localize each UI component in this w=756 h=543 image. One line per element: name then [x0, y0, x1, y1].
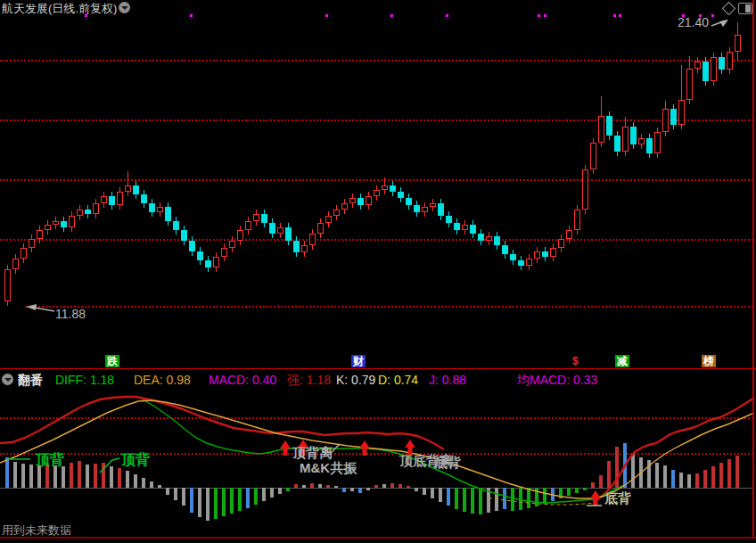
- candle-body: [301, 245, 308, 252]
- indicator-field-MACD: MACD: 0.40: [209, 373, 276, 387]
- candle-body: [686, 69, 693, 100]
- macd-bar: [13, 462, 17, 488]
- candle-body: [558, 239, 564, 248]
- candle-body: [703, 62, 709, 81]
- macd-bar: [639, 457, 643, 488]
- macd-bar: [591, 482, 595, 488]
- macd-bar: [190, 488, 193, 513]
- signal-dot: [538, 14, 540, 17]
- macd-bar: [286, 488, 290, 491]
- candle-body: [221, 248, 227, 257]
- candle-body: [630, 127, 637, 144]
- candle-body: [333, 210, 340, 216]
- candle-body: [678, 100, 685, 125]
- candle-body: [69, 216, 75, 227]
- macd-bar: [21, 464, 25, 488]
- low-price-label: 11.88: [55, 307, 86, 321]
- indicator-field-K: K: 0.79: [336, 373, 375, 387]
- title-dropdown-chevron-icon[interactable]: [119, 2, 130, 13]
- macd-bar: [94, 464, 97, 488]
- candle-body: [582, 169, 588, 210]
- candle-body: [61, 221, 67, 227]
- macd-bar: [447, 488, 450, 506]
- low-reference-line: [25, 306, 753, 308]
- macd-bar: [671, 470, 675, 488]
- candle-wick: [127, 171, 128, 196]
- macd-bar: [302, 485, 306, 488]
- price-gridline: [0, 60, 753, 62]
- candle-body: [614, 136, 620, 152]
- shortcut-tag-4[interactable]: 减: [615, 355, 629, 367]
- macd-bar: [431, 488, 434, 498]
- indicator-dropdown-chevron-icon[interactable]: [2, 374, 13, 385]
- candle-body: [518, 260, 524, 266]
- macd-bar: [599, 475, 603, 488]
- macd-bar: [519, 488, 522, 510]
- price-gridline: [0, 179, 753, 181]
- shortcut-tag-2[interactable]: 财: [351, 355, 366, 367]
- macd-bar: [166, 488, 169, 495]
- window-title[interactable]: 航天发展(日线.前复权): [2, 1, 117, 17]
- price-chart-region[interactable]: [0, 13, 752, 352]
- macd-bar: [623, 443, 627, 488]
- signal-dot: [619, 14, 621, 17]
- macd-bar: [511, 488, 514, 511]
- candle-body: [133, 185, 139, 194]
- macd-bar: [198, 488, 201, 517]
- annotation-text: 顶背: [121, 451, 150, 470]
- candle-body: [735, 35, 741, 52]
- indicator-name[interactable]: 翻番: [18, 373, 43, 389]
- candle-body: [654, 132, 661, 153]
- macd-bar: [110, 466, 113, 488]
- candle-body: [711, 57, 717, 81]
- candle-body: [205, 260, 211, 267]
- candle-body: [727, 52, 733, 70]
- candle-body: [694, 62, 701, 69]
- candle-body: [550, 248, 556, 257]
- candle-body: [382, 185, 388, 190]
- macd-bar: [607, 461, 611, 488]
- candle-body: [285, 227, 292, 241]
- indicator-field-J: J: 0.88: [429, 373, 466, 387]
- candle-body: [670, 109, 677, 125]
- candle-body: [478, 234, 484, 241]
- macd-bar: [390, 483, 394, 488]
- macd-bar: [399, 484, 402, 488]
- macd-bar: [703, 470, 707, 488]
- shortcut-tag-5[interactable]: 榜: [702, 355, 716, 367]
- price-gridline: [0, 239, 753, 241]
- candle-body: [237, 230, 243, 241]
- macd-bar: [246, 488, 250, 508]
- macd-bar: [238, 488, 242, 511]
- annotation-text: 底背: [604, 490, 631, 507]
- macd-bar: [727, 459, 731, 488]
- macd-bar: [222, 488, 226, 516]
- candle-body: [719, 57, 725, 70]
- macd-bar: [29, 465, 33, 488]
- macd-bar: [551, 488, 555, 501]
- macd-bar: [5, 457, 9, 488]
- candle-body: [486, 236, 492, 241]
- macd-bar: [487, 488, 490, 513]
- macd-bar: [527, 488, 530, 508]
- macd-bar: [366, 488, 370, 490]
- candle-body: [141, 194, 147, 203]
- indicator-field-D: D: 0.74: [378, 373, 418, 387]
- candle-body: [101, 196, 107, 203]
- shortcut-tag-3[interactable]: $: [571, 355, 580, 367]
- macd-bar: [206, 488, 210, 521]
- candle-body: [534, 251, 540, 259]
- candle-body: [646, 138, 653, 153]
- candle-body: [149, 203, 155, 212]
- shortcut-tag-1[interactable]: 跌: [105, 355, 119, 367]
- split-window-icon[interactable]: [738, 3, 752, 14]
- candle-body: [29, 239, 35, 248]
- candle-body: [662, 109, 669, 132]
- candle-body: [253, 214, 259, 221]
- signal-dot: [544, 14, 546, 17]
- candle-body: [406, 198, 412, 205]
- candle-body: [325, 216, 332, 223]
- candle-body: [590, 143, 596, 169]
- macd-bar: [182, 488, 185, 506]
- macd-bar: [631, 454, 635, 488]
